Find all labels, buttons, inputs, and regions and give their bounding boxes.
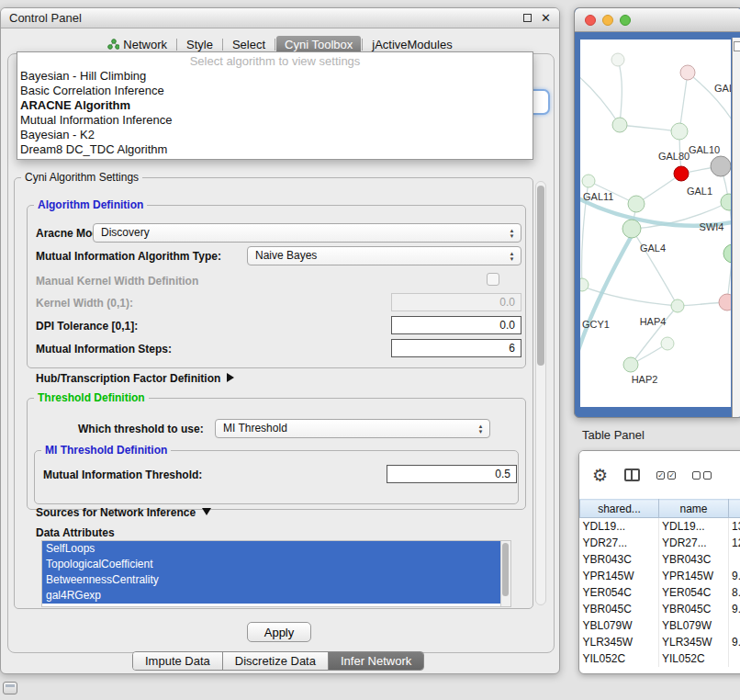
gear-icon[interactable]: ⚙ bbox=[592, 467, 608, 484]
bottom-tab-impute-data[interactable]: Impute Data bbox=[133, 652, 222, 670]
table-panel-title: Table Panel bbox=[582, 428, 645, 442]
algorithm-option-aracne-algorithm[interactable]: ARACNE Algorithm bbox=[17, 98, 533, 113]
table-cell: YDL19... bbox=[580, 518, 659, 535]
network-scrollbar[interactable] bbox=[732, 38, 740, 418]
network-node[interactable] bbox=[612, 118, 627, 132]
table-row[interactable]: YLR345WYLR345W9. bbox=[580, 634, 740, 650]
network-node[interactable] bbox=[723, 244, 731, 263]
aracne-mode-select[interactable]: Discovery ▲▼ bbox=[93, 223, 521, 243]
attribute-item-gal4rgexp[interactable]: gal4RGexp bbox=[42, 588, 501, 604]
network-node[interactable] bbox=[582, 175, 595, 187]
network-node[interactable] bbox=[628, 196, 645, 212]
table-cell: YBR043C bbox=[659, 551, 729, 568]
network-graph[interactable]: GALGAL80GAL10GAL11GAL1SWI4GAL4GCY1HAP4HA… bbox=[580, 40, 731, 407]
network-node[interactable] bbox=[580, 278, 589, 291]
attribute-item-betweennesscentrality[interactable]: BetweennessCentrality bbox=[42, 572, 501, 588]
network-node[interactable] bbox=[661, 337, 674, 350]
apply-button[interactable]: Apply bbox=[247, 622, 311, 642]
tab-jactivemodules[interactable]: jActiveModules bbox=[364, 36, 460, 53]
mi-type-select[interactable]: Naive Bayes ▲▼ bbox=[247, 246, 521, 265]
network-edge bbox=[688, 73, 731, 124]
table-cell: 12 bbox=[729, 535, 740, 551]
network-node[interactable] bbox=[623, 357, 638, 372]
table-cell: YIL052C bbox=[580, 650, 659, 667]
close-icon[interactable]: ✕ bbox=[541, 12, 551, 24]
sources-section-toggle[interactable]: Sources for Network Inference bbox=[36, 504, 211, 521]
network-node[interactable] bbox=[671, 299, 684, 312]
select-all-icon[interactable]: ✓✓ bbox=[656, 471, 676, 480]
which-threshold-select[interactable]: MI Threshold ▲▼ bbox=[215, 419, 490, 438]
control-panel-title: Control Panel bbox=[9, 11, 82, 25]
network-node-label: GAL4 bbox=[640, 243, 666, 254]
algorithm-option-basic-correlation-inference[interactable]: Basic Correlation Inference bbox=[17, 84, 533, 98]
table-row[interactable]: YBR045CYBR045C9. bbox=[580, 601, 740, 617]
algorithm-dropdown-popup: Select algorithm to view settingsBayesia… bbox=[17, 51, 533, 160]
network-node[interactable] bbox=[611, 53, 624, 66]
network-node-label: GAL bbox=[714, 83, 731, 94]
network-window-titlebar[interactable] bbox=[575, 8, 740, 32]
network-node[interactable] bbox=[674, 166, 689, 181]
bottom-tab-infer-network[interactable]: Infer Network bbox=[328, 652, 423, 670]
table-row[interactable]: YPR145WYPR145W9. bbox=[580, 568, 740, 584]
network-node[interactable] bbox=[622, 220, 641, 238]
tab-network[interactable]: Network bbox=[99, 36, 175, 53]
manual-kernel-checkbox[interactable] bbox=[487, 273, 499, 286]
algorithm-option-bayesian-k2[interactable]: Bayesian - K2 bbox=[17, 128, 533, 142]
mi-steps-field[interactable]: 6 bbox=[391, 339, 521, 357]
tab-select[interactable]: Select bbox=[224, 36, 274, 53]
combo-arrows-icon: ▲▼ bbox=[508, 251, 516, 262]
tab-cyni-toolbox[interactable]: Cyni Toolbox bbox=[276, 36, 361, 53]
window-restore-icon[interactable] bbox=[3, 682, 17, 694]
close-traffic-light-icon[interactable] bbox=[585, 15, 596, 26]
table-cell: 9. bbox=[729, 634, 740, 650]
tab-label: jActiveModules bbox=[372, 38, 452, 51]
network-node[interactable] bbox=[680, 65, 695, 80]
network-node[interactable] bbox=[671, 123, 688, 140]
tab-separator bbox=[362, 39, 363, 51]
zoom-traffic-light-icon[interactable] bbox=[620, 15, 631, 26]
table-cell bbox=[729, 617, 740, 634]
data-attributes-list[interactable]: SelfLoopsTopologicalCoefficientBetweenne… bbox=[41, 540, 511, 607]
dpi-tolerance-field[interactable]: 0.0 bbox=[391, 316, 521, 334]
minimize-traffic-light-icon[interactable] bbox=[602, 15, 613, 26]
unchecked-box-icon bbox=[692, 471, 701, 480]
deselect-all-icon[interactable] bbox=[692, 471, 712, 480]
network-node[interactable] bbox=[721, 194, 731, 210]
attribute-item-selfloops[interactable]: SelfLoops bbox=[42, 541, 501, 557]
network-canvas[interactable]: GALGAL80GAL10GAL11GAL1SWI4GAL4GCY1HAP4HA… bbox=[580, 40, 731, 407]
algorithm-option-mutual-information-inference[interactable]: Mutual Information Inference bbox=[17, 113, 533, 128]
tab-style[interactable]: Style bbox=[178, 36, 221, 53]
control-panel-window: Control Panel ✕ NetworkStyleSelectCyni T… bbox=[0, 7, 560, 674]
table-row[interactable]: YBL079WYBL079W bbox=[580, 617, 740, 634]
network-node[interactable] bbox=[711, 156, 731, 176]
float-window-icon[interactable] bbox=[523, 14, 532, 22]
table-row[interactable]: YDL19...YDL19...13 bbox=[580, 518, 740, 535]
table-panel-window: ⚙ ✓✓ shared...name YDL19...YDL19...13YDR… bbox=[578, 450, 740, 674]
settings-group-title: Cyni Algorithm Settings bbox=[21, 171, 142, 184]
checked-box-icon: ✓ bbox=[667, 471, 676, 480]
hub-section-toggle[interactable]: Hub/Transcription Factor Definition bbox=[36, 370, 234, 387]
table-row[interactable]: YER054CYER054C8. bbox=[580, 584, 740, 601]
algorithm-option-dream8-dc-tdc-algorithm[interactable]: Dream8 DC_TDC Algorithm bbox=[17, 142, 533, 157]
table-row[interactable]: YDR27...YDR27...12 bbox=[580, 535, 740, 551]
table-row[interactable]: YIL052CYIL052C bbox=[580, 650, 740, 667]
network-node[interactable] bbox=[719, 294, 731, 310]
scrollbar-thumb[interactable] bbox=[537, 186, 544, 366]
mi-threshold-field[interactable]: 0.5 bbox=[387, 465, 517, 483]
settings-scrollbar[interactable] bbox=[535, 181, 546, 605]
table-row[interactable]: YBR043CYBR043C bbox=[580, 551, 740, 568]
scrollbar-thumb[interactable] bbox=[502, 543, 509, 596]
column-chooser-icon[interactable] bbox=[624, 469, 640, 481]
algorithm-option-bayesian-hill-climbing[interactable]: Bayesian - Hill Climbing bbox=[17, 69, 533, 84]
column-header[interactable] bbox=[729, 500, 740, 518]
attribute-item-topologicalcoefficient[interactable]: TopologicalCoefficient bbox=[42, 557, 501, 572]
table-cell: YDR27... bbox=[659, 535, 729, 551]
column-header[interactable]: shared... bbox=[580, 500, 659, 518]
control-panel-titlebar[interactable]: Control Panel ✕ bbox=[1, 8, 559, 28]
bottom-tab-discretize-data[interactable]: Discretize Data bbox=[222, 652, 328, 670]
node-table[interactable]: shared...name YDL19...YDL19...13YDR27...… bbox=[579, 499, 740, 667]
column-header[interactable]: name bbox=[659, 500, 729, 518]
attributes-scrollbar[interactable] bbox=[500, 541, 510, 606]
bottom-tabs: Impute DataDiscretize DataInfer Network bbox=[132, 651, 424, 671]
scrollbar-button[interactable] bbox=[734, 41, 740, 51]
